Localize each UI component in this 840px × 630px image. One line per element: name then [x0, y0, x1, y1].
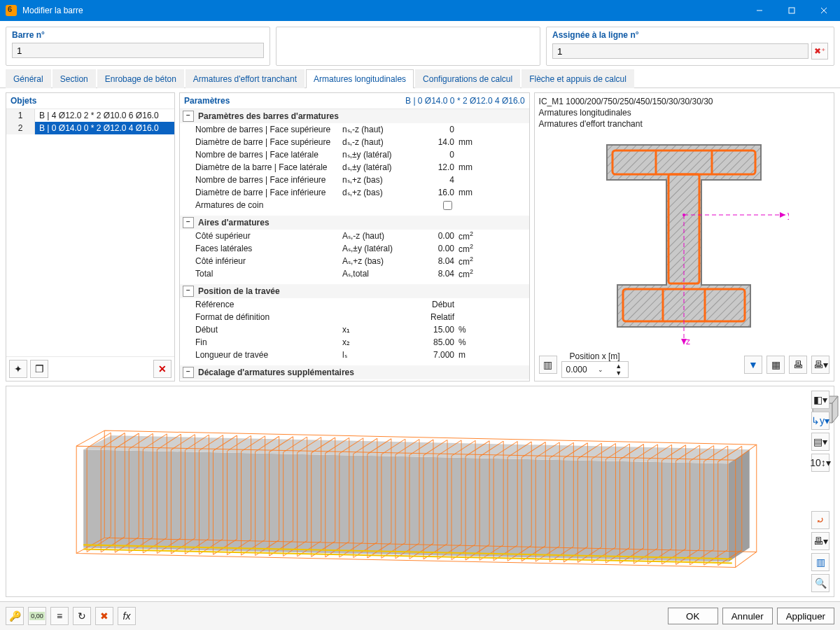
param-row[interactable]: Côté inférieurAₛ,+z (bas)8.04cm2	[180, 255, 529, 267]
assign-line-input[interactable]	[552, 43, 808, 59]
param-row[interactable]: Finx₂85.00%	[180, 336, 529, 349]
units-button[interactable]: 0,00	[28, 607, 46, 625]
tab-3[interactable]: Armatures d'effort tranchant	[186, 69, 304, 88]
param-row[interactable]: Nombre de barres | Face inférieurenₛ,+z …	[180, 174, 529, 186]
param-checkbox[interactable]	[443, 201, 452, 210]
minimize-button[interactable]	[743, 0, 776, 21]
param-group-header[interactable]: −Position de la travée	[180, 284, 529, 298]
layers-button[interactable]: ▤▾	[811, 433, 830, 451]
values-button[interactable]: ▦	[766, 356, 785, 374]
param-group-header[interactable]: −Aires d'armatures	[180, 216, 529, 230]
param-symbol: Aₛ,-z (haut)	[342, 231, 412, 241]
position-x-spinner[interactable]: 0.000 ⌄ ▲▼	[561, 361, 629, 378]
tab-4[interactable]: Armatures longitudinales	[306, 69, 414, 88]
param-value[interactable]: 16.0	[412, 188, 454, 197]
tab-2[interactable]: Enrobage de béton	[97, 69, 184, 88]
param-value[interactable]: 0	[412, 125, 454, 134]
object-row[interactable]: 1B | 4 Ø12.0 2 * 2 Ø10.0 6 Ø16.0	[6, 109, 174, 122]
print-3d-button[interactable]: 🖶▾	[811, 532, 830, 550]
step-up-icon[interactable]: ▲	[610, 363, 628, 370]
ok-button[interactable]: OK	[668, 608, 718, 624]
param-row[interactable]: RéférenceDébut	[180, 298, 529, 311]
view-mode-button[interactable]: ▥	[539, 356, 557, 374]
param-value[interactable]: 85.00	[412, 337, 454, 347]
pick-line-button[interactable]: ✖⁺	[811, 43, 828, 59]
param-value[interactable]: Début	[412, 300, 454, 309]
scale-button[interactable]: 10↕▾	[811, 454, 830, 472]
axes-icon: ↳y▾	[811, 415, 830, 426]
tab-0[interactable]: Général	[6, 69, 51, 88]
param-row[interactable]: Nombre de barres | Face supérieurenₛ,-z …	[180, 123, 529, 136]
collapse-icon[interactable]: −	[183, 217, 194, 228]
function-button[interactable]: fx	[118, 607, 136, 625]
inspect-button[interactable]: 🔍	[811, 574, 830, 592]
param-value[interactable]: 15.00	[412, 325, 454, 335]
filter-button[interactable]: ▼	[744, 356, 762, 374]
param-row[interactable]: Longueur de travéelₛ7.000m	[180, 349, 529, 361]
param-value[interactable]: 14.0	[412, 137, 454, 147]
param-name: Côté inférieur	[195, 256, 342, 266]
close-button[interactable]	[808, 0, 840, 21]
help-button[interactable]: 🔑	[6, 607, 24, 625]
delete-icon: ✕	[158, 363, 167, 374]
param-group-header[interactable]: −Paramètres des barres d'armatures	[180, 109, 529, 123]
apply-button[interactable]: Appliquer	[777, 608, 834, 624]
list-button[interactable]: ▥	[811, 553, 830, 571]
maximize-button[interactable]	[776, 0, 808, 21]
param-value[interactable]	[412, 199, 454, 212]
param-row[interactable]: Armatures de coin	[180, 199, 529, 211]
copy-object-button[interactable]: ❐	[30, 360, 48, 378]
tab-1[interactable]: Section	[52, 69, 96, 88]
collapse-icon[interactable]: −	[183, 286, 194, 297]
param-row[interactable]: Faces latéralesAₛ,±y (latéral)0.00cm2	[180, 242, 529, 255]
tab-6[interactable]: Flèche et appuis de calcul	[522, 69, 634, 88]
param-row[interactable]: TotalAₛ,total8.04cm2	[180, 267, 529, 280]
objects-list[interactable]: 1B | 4 Ø12.0 2 * 2 Ø10.0 6 Ø16.02B | 0 Ø…	[6, 109, 174, 356]
param-value[interactable]: 8.04	[412, 269, 454, 279]
cancel-button[interactable]: Annuler	[722, 608, 773, 624]
param-group-name: Position de la travée	[198, 286, 280, 296]
tab-5[interactable]: Configurations de calcul	[415, 69, 520, 88]
param-value[interactable]: 4	[412, 175, 454, 185]
param-name: Faces latérales	[195, 244, 342, 253]
param-row[interactable]: Débutx₁15.00%	[180, 323, 529, 336]
param-value[interactable]: 8.04	[412, 256, 454, 266]
param-unit: cm2	[454, 230, 486, 241]
param-value[interactable]: 0	[412, 150, 454, 160]
reload-button[interactable]: ↻	[73, 607, 91, 625]
collapse-icon[interactable]: −	[183, 111, 194, 122]
3d-view[interactable]: ◧▾ ↳y▾ ▤▾ 10↕▾ ⤾ 🖶▾ ▥ 🔍	[6, 386, 834, 597]
param-row[interactable]: Nombre de barres | Face latéralenₛ,±y (l…	[180, 148, 529, 161]
step-down-icon[interactable]: ▼	[610, 370, 628, 377]
add-object-button[interactable]: ✦	[9, 360, 27, 378]
clear-pick-button[interactable]: ✖	[95, 607, 113, 625]
param-value[interactable]: 0.00	[412, 231, 454, 241]
params-tree[interactable]: −Paramètres des barres d'armaturesNombre…	[180, 109, 529, 381]
param-unit: m	[454, 350, 486, 360]
material-button[interactable]: ≡	[50, 607, 69, 625]
chevron-down-icon[interactable]: ⌄	[592, 366, 610, 373]
param-value[interactable]: Relatif	[412, 312, 454, 322]
collapse-icon[interactable]: −	[183, 367, 194, 378]
param-row[interactable]: Type de décalage--	[180, 379, 529, 381]
param-value[interactable]: 12.0	[412, 162, 454, 172]
rotate-button[interactable]: ⤾	[811, 511, 830, 529]
param-row[interactable]: Diamètre de la barre | Face latéraledₛ,±…	[180, 161, 529, 174]
object-row[interactable]: 2B | 0 Ø14.0 0 * 2 Ø12.0 4 Ø16.0	[6, 122, 174, 134]
param-value[interactable]: 0.00	[412, 244, 454, 253]
print-dropdown[interactable]: 🖶▾	[811, 356, 830, 374]
param-row[interactable]: Format de définitionRelatif	[180, 311, 529, 323]
param-row[interactable]: Diamètre de barre | Face inférieuredₛ,+z…	[180, 186, 529, 199]
param-group-header[interactable]: −Décalage d'armatures supplémentaires	[180, 365, 529, 379]
param-row[interactable]: Côté supérieurAₛ,-z (haut)0.00cm2	[180, 230, 529, 242]
param-symbol: Aₛ,total	[342, 269, 412, 279]
print-button[interactable]: 🖶	[789, 356, 807, 374]
svg-point-17	[682, 214, 685, 216]
delete-object-button[interactable]: ✕	[153, 360, 172, 378]
param-value[interactable]: 7.000	[412, 350, 454, 360]
param-row[interactable]: Diamètre de barre | Face supérieuredₛ,-z…	[180, 136, 529, 148]
barre-number-input[interactable]	[12, 43, 264, 58]
view-style-button[interactable]: ◧▾	[811, 391, 830, 409]
assign-label: Assignée à la ligne n°	[552, 30, 828, 40]
axes-button[interactable]: ↳y▾	[811, 412, 830, 430]
